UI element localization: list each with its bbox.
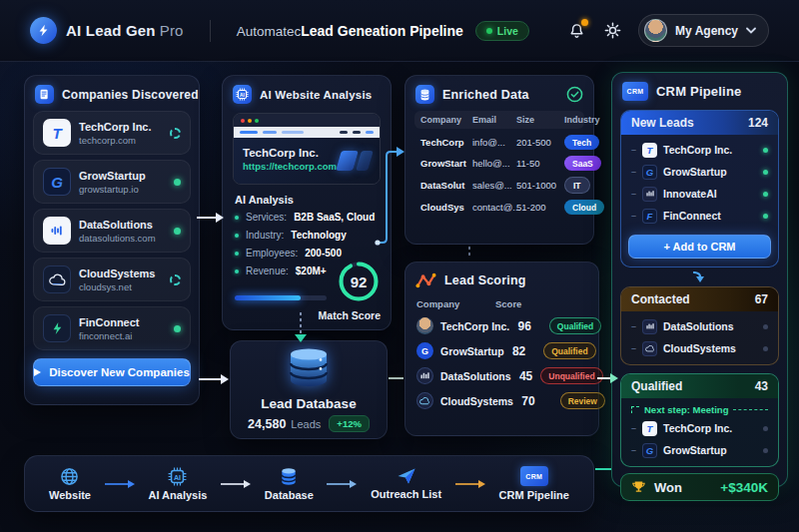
contact-avatar bbox=[416, 317, 433, 334]
paper-plane-icon bbox=[397, 467, 416, 485]
crm-panel-title: CRM Pipeline bbox=[656, 84, 741, 99]
globe-icon bbox=[60, 467, 79, 486]
svg-text:AI: AI bbox=[240, 93, 246, 98]
table-row: GrowStarthello@...11-50SaaS bbox=[414, 150, 584, 171]
live-badge: Live bbox=[475, 21, 529, 41]
lead-scoring-panel: Lead Scoring CompanyScore TechCorp Inc. … bbox=[404, 262, 599, 436]
flow-step-outreach-list[interactable]: Outreach List bbox=[371, 467, 441, 500]
stage-new-leads-header[interactable]: New Leads124 bbox=[621, 111, 778, 135]
status-badge: Review bbox=[560, 392, 605, 409]
stage-flow-arrow-icon bbox=[612, 271, 787, 282]
ai-chip-icon: AI bbox=[168, 467, 187, 486]
companies-discovered-panel: Companies Discovered T TechCorp Inc.tech… bbox=[24, 75, 200, 405]
account-label: My Agency bbox=[675, 24, 738, 38]
ai-chip-icon: AI bbox=[233, 85, 252, 104]
next-step-note: Next step: Meeting bbox=[631, 404, 768, 415]
enriched-database-icon bbox=[415, 85, 434, 104]
lead-status-dot bbox=[763, 214, 768, 219]
flow-step-website[interactable]: Website bbox=[49, 467, 91, 501]
flow-step-ai-analysis[interactable]: AI AI Analysis bbox=[148, 467, 207, 501]
scoring-table-header: CompanyScore bbox=[405, 296, 598, 313]
account-menu[interactable]: My Agency bbox=[638, 14, 769, 47]
won-summary: Won +$340K bbox=[620, 473, 779, 501]
stage-count: 124 bbox=[748, 116, 768, 130]
crm-lead-growstartup-qualified[interactable]: –GGrowStartup bbox=[628, 439, 771, 461]
company-card-growstartup[interactable]: G GrowStartupgrowstartup.io bbox=[33, 160, 191, 204]
stage-new-leads: New Leads124 –TTechCorp Inc. –GGrowStart… bbox=[620, 110, 779, 267]
enriched-panel-title: Enriched Data bbox=[442, 88, 529, 102]
scoring-panel-title: Lead Scoring bbox=[444, 273, 526, 287]
lead-status-dot bbox=[763, 426, 768, 431]
flow-arrow-icon bbox=[327, 479, 357, 489]
discover-new-companies-button[interactable]: Discover New Companies bbox=[33, 358, 191, 386]
enriched-table-header: CompanyEmailSizeIndustry bbox=[414, 111, 584, 129]
table-row: TechCorpinfo@...201-500Tech bbox=[414, 129, 584, 150]
crm-lead-techcorp-qualified[interactable]: –TTechCorp Inc. bbox=[628, 417, 771, 439]
company-card-datasolutions[interactable]: DataSolutionsdatasolutions.com bbox=[33, 209, 191, 253]
settings-gear-icon[interactable] bbox=[602, 21, 622, 41]
page-title: AutomatecLead Geneation Pipeline bbox=[237, 23, 463, 39]
analysis-bullet-services: Services:B2B SaaS, Cloud bbox=[235, 212, 379, 223]
table-row: DataSolutsales@...501-1000IT bbox=[414, 171, 584, 194]
cloudsystems-logo-icon bbox=[43, 266, 71, 293]
table-row: GGrowStartup 82 Qualified bbox=[405, 338, 598, 363]
industry-badge: Cloud bbox=[564, 200, 604, 215]
lead-status-dot bbox=[763, 170, 768, 175]
crm-lead-finconnect[interactable]: –FFinConnect bbox=[628, 205, 771, 227]
browser-navbar bbox=[234, 127, 380, 138]
notifications-bell-icon[interactable] bbox=[566, 21, 586, 41]
avatar bbox=[644, 19, 667, 42]
crm-pipeline-panel: CRM CRM Pipeline New Leads124 –TTechCorp… bbox=[611, 72, 788, 487]
browser-content: TechCorp Inc. https://techcorp.com bbox=[234, 138, 380, 184]
stage-qualified-header[interactable]: Qualified43 bbox=[621, 374, 778, 398]
browser-minimize-dot bbox=[248, 119, 252, 123]
industry-badge: SaaS bbox=[564, 156, 601, 171]
add-to-crm-button[interactable]: + Add to CRM bbox=[628, 235, 771, 259]
crm-lead-innovateai[interactable]: – InnovateAI bbox=[628, 183, 771, 205]
analysis-bullet-industry: Industry:Technology bbox=[235, 230, 379, 241]
companies-document-icon bbox=[35, 85, 54, 104]
table-row: CloudSyscontact@...51-200Cloud bbox=[414, 194, 584, 215]
flow-step-crm-pipeline[interactable]: CRM CRM Pipeline bbox=[499, 466, 569, 501]
industry-badge: Tech bbox=[564, 135, 599, 150]
crm-lead-cloudsystems[interactable]: – CloudSystems bbox=[628, 337, 771, 359]
growstartup-avatar: G bbox=[416, 342, 433, 359]
lead-status-dot bbox=[763, 148, 768, 153]
company-card-techcorp[interactable]: T TechCorp Inc.techcorp.com bbox=[33, 111, 191, 155]
status-done-dot bbox=[174, 325, 181, 332]
status-done-dot bbox=[174, 228, 181, 235]
site-logo-graphic bbox=[339, 151, 371, 171]
ai-website-analysis-panel: AI AI Website Analysis TechCorp Inc. htt… bbox=[222, 75, 392, 330]
crm-badge-icon: CRM bbox=[520, 466, 548, 486]
brand-name: AI Lead GenPro bbox=[66, 22, 184, 39]
browser-maximize-dot bbox=[255, 119, 259, 123]
app-header: AI Lead GenPro AutomatecLead Geneation P… bbox=[0, 0, 799, 62]
analysis-progress-bar bbox=[235, 295, 327, 300]
crm-lead-techcorp[interactable]: –TTechCorp Inc. bbox=[628, 139, 771, 161]
company-card-finconnect[interactable]: FinConnectfinconnect.ai bbox=[33, 306, 191, 350]
status-badge: Unqualified bbox=[540, 367, 602, 384]
status-done-dot bbox=[174, 179, 181, 186]
pipeline-flow-bar: Website AI AI Analysis Database Outreach… bbox=[24, 455, 594, 512]
trophy-icon bbox=[631, 480, 646, 495]
lead-scoring-chart-icon bbox=[415, 271, 436, 289]
svg-text:AI: AI bbox=[174, 473, 181, 481]
crm-lead-datasolutions[interactable]: – DataSolutions bbox=[628, 315, 771, 337]
flow-arrow-icon bbox=[105, 479, 135, 489]
table-row: TechCorp Inc. 96 Qualified bbox=[405, 313, 598, 338]
crm-lead-growstartup[interactable]: –GGrowStartup bbox=[628, 161, 771, 183]
lead-status-dot bbox=[763, 324, 768, 329]
table-row: DataSolutions 45 Unqualified bbox=[405, 363, 598, 388]
loading-spinner-icon bbox=[170, 128, 181, 139]
table-row: CloudSystems 70 Review bbox=[405, 388, 598, 413]
cloudsystems-avatar bbox=[416, 392, 433, 409]
datasolutions-avatar bbox=[416, 367, 433, 384]
company-card-cloudsystems[interactable]: CloudSystemscloudsys.net bbox=[33, 258, 191, 301]
database-icon bbox=[276, 346, 342, 390]
browser-close-dot bbox=[241, 119, 245, 123]
lead-count-unit: Leads bbox=[291, 418, 321, 430]
match-score-label: Match Score bbox=[319, 309, 381, 321]
header-divider bbox=[210, 20, 211, 42]
stage-contacted-header[interactable]: Contacted67 bbox=[621, 287, 778, 311]
flow-step-database[interactable]: Database bbox=[265, 467, 314, 501]
